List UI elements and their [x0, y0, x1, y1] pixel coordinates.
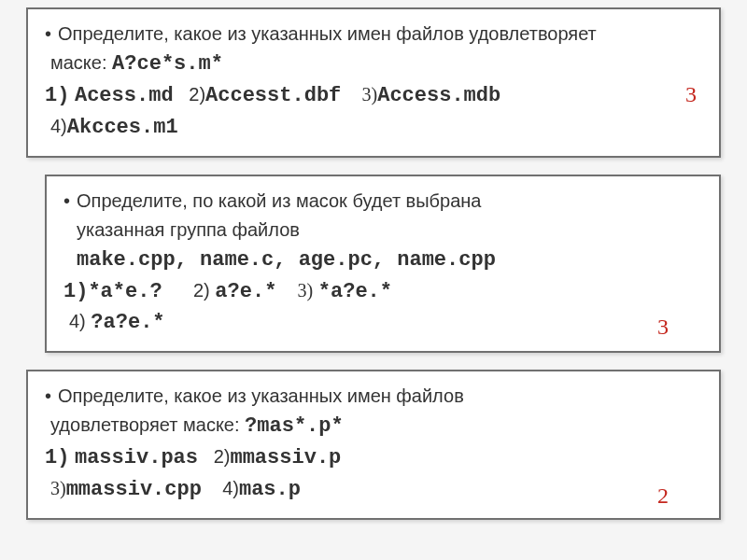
- q2-num1: 1): [63, 280, 88, 303]
- q3-prompt2: удовлетворяет маске:: [50, 414, 240, 435]
- q3-opt4: mas.p: [239, 478, 301, 501]
- q2-prompt-line1: •Определите, по какой из масок будет выб…: [63, 188, 702, 215]
- q3-options-line1: 1) massiv.pas 2)mmassiv.p: [45, 443, 702, 473]
- q3-opt1: massiv.pas: [75, 446, 198, 469]
- q3-opt2: mmassiv.p: [230, 446, 341, 469]
- q2-files: make.cpp, name.c, age.pc, name.cpp: [63, 245, 702, 275]
- q2-opt4: ?a?e.*: [91, 311, 164, 334]
- q1-prompt1: Определите, какое из указанных имен файл…: [58, 23, 597, 44]
- question-box-1: •Определите, какое из указанных имен фай…: [26, 7, 721, 158]
- q3-prompt-line1: •Определите, какое из указанных имен фай…: [45, 383, 702, 410]
- q1-num4: 4): [50, 116, 67, 136]
- q1-opt4: Akcces.m1: [67, 116, 178, 139]
- q1-prompt-line2: маске: A?ce*s.m*: [45, 49, 702, 79]
- q3-num4: 4): [222, 478, 239, 498]
- q1-num2: 2): [189, 84, 205, 105]
- q3-opt3: mmassiv.cpp: [66, 478, 202, 501]
- q2-num2: 2): [193, 280, 210, 301]
- q1-num3: 3): [362, 84, 378, 105]
- q3-prompt-line2: удовлетворяет маске: ?mas*.p*: [45, 412, 702, 441]
- q3-mask: ?mas*.p*: [245, 414, 344, 438]
- q3-prompt1: Определите, какое из указанных имен файл…: [58, 385, 464, 406]
- q2-prompt1: Определите, по какой из масок будет выбр…: [77, 190, 481, 211]
- q2-prompt2: указанная группа файлов: [77, 219, 300, 240]
- q2-opt3: *a?e.*: [318, 280, 392, 303]
- q3-num3: 3): [50, 478, 66, 498]
- q2-prompt-line2: указанная группа файлов: [63, 217, 702, 244]
- q1-opt3: Access.mdb: [377, 84, 500, 107]
- q1-options-line2: 4)Akcces.m1: [45, 113, 702, 143]
- q2-num3: 3): [298, 280, 314, 301]
- q2-opt2: a?e.*: [215, 280, 276, 303]
- q1-opt1: Acess.md: [75, 84, 174, 107]
- q2-answer: 3: [657, 315, 669, 340]
- q2-opt1: *a*e.?: [88, 280, 162, 303]
- q1-opt2: Accesst.dbf: [205, 84, 341, 107]
- q1-prompt-line1: •Определите, какое из указанных имен фай…: [45, 21, 702, 48]
- question-box-3: •Определите, какое из указанных имен фай…: [26, 370, 721, 520]
- q3-options-line2: 3)mmassiv.cpp 4)mas.p: [45, 475, 702, 505]
- q2-num4: 4): [69, 311, 86, 331]
- q3-num2: 2): [214, 446, 231, 467]
- q2-options-line2: 4) ?a?e.*: [63, 308, 702, 338]
- question-box-2: •Определите, по какой из масок будет выб…: [45, 175, 721, 354]
- q2-files-list: make.cpp, name.c, age.pc, name.cpp: [77, 248, 496, 272]
- q1-options-line1: 1) Acess.md 2)Accesst.dbf 3)Access.mdb: [45, 81, 702, 111]
- q2-options-line1: 1)*a*e.? 2) a?e.* 3) *a?e.*: [63, 277, 702, 307]
- q1-answer: 3: [685, 82, 697, 107]
- q3-num1: 1): [45, 446, 69, 469]
- q1-mask: A?ce*s.m*: [112, 52, 223, 76]
- q3-answer: 2: [657, 483, 669, 509]
- q1-num1: 1): [45, 84, 69, 107]
- q1-prompt2: маске:: [50, 52, 107, 73]
